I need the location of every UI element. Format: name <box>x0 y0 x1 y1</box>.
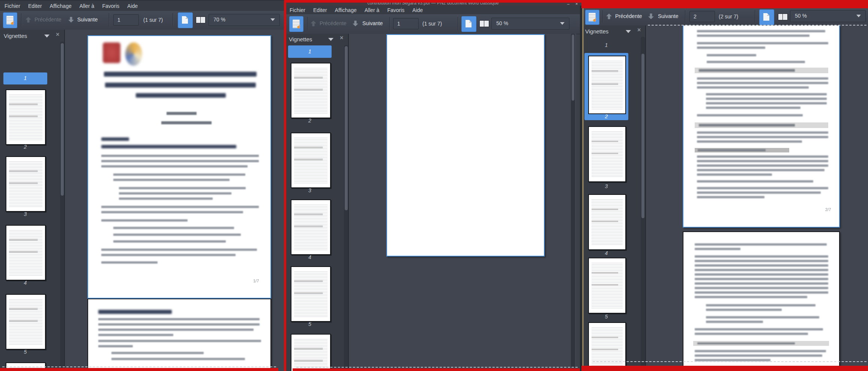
next-button[interactable]: Suivante <box>77 17 98 23</box>
toolbar-right: ☛ Précédente Suivante (2 sur 7) 50 % <box>584 8 868 26</box>
dropdown-arrow-icon <box>856 15 861 17</box>
document-page-3[interactable] <box>683 231 840 371</box>
page-number-input[interactable] <box>393 18 419 29</box>
next-button[interactable]: Suivante <box>658 13 678 19</box>
dropdown-arrow-icon <box>270 18 275 21</box>
menu-item-editer[interactable]: Editer <box>28 3 42 9</box>
thumbnail-selected-page-2[interactable]: 2 <box>584 53 628 120</box>
sidebar-page-icon <box>763 13 769 21</box>
thumbnail-page-2[interactable] <box>291 63 331 118</box>
window-left: FichierEditerAffichageAller àFavorisAide… <box>0 0 284 371</box>
thumbnail-label-page-1: 1 <box>584 42 628 48</box>
thumbnail-label-page-5: 5 <box>3 349 47 355</box>
annotation-top-middle <box>286 0 581 3</box>
document-page-1[interactable]: 1/7 <box>87 35 271 299</box>
document-page-1-blank[interactable] <box>386 34 545 256</box>
minimize-icon[interactable]: – <box>567 2 569 5</box>
window-right: ☛ Précédente Suivante (2 sur 7) 50 % Vig… <box>580 0 868 371</box>
thumbnail-page-2[interactable] <box>6 89 46 145</box>
dual-page-icon[interactable] <box>778 13 788 20</box>
document-page-2[interactable] <box>87 299 271 371</box>
zoom-select[interactable]: 70 % <box>209 14 280 26</box>
page-footer: 1/7 <box>253 279 259 283</box>
next-button[interactable]: Suivante <box>362 20 383 26</box>
thumbnail-list: 12345 <box>0 30 65 371</box>
menu-item-affichage[interactable]: Affichage <box>335 7 357 13</box>
titlebar[interactable]: contribution mon Ségara v3.pdf — PN2 doc… <box>286 3 580 6</box>
thumbnail-page-5[interactable] <box>291 266 331 322</box>
menu-item-affichage[interactable]: Affichage <box>50 3 72 9</box>
document-area-middle[interactable] <box>349 34 576 371</box>
menu-item-aide[interactable]: Aide <box>127 3 138 9</box>
thumbnail-page-3[interactable] <box>291 133 331 188</box>
main-scrollbar[interactable] <box>571 34 575 368</box>
zoom-value: 50 % <box>795 13 807 19</box>
sidebar-toggle-button[interactable] <box>461 16 476 32</box>
thumbnail-page-4[interactable] <box>291 199 331 255</box>
page-number-input[interactable] <box>113 14 139 26</box>
thumbnail-selected-page-1[interactable]: 1 <box>288 45 332 58</box>
menu-item-aide[interactable]: Aide <box>412 7 423 13</box>
menu-item-aller-à[interactable]: Aller à <box>80 3 95 9</box>
thumbnail-label-page-5: 5 <box>288 321 332 327</box>
menu-item-fichier[interactable]: Fichier <box>290 7 305 13</box>
thumbnail-label-page-4: 4 <box>288 254 332 260</box>
document-area-right[interactable]: 2/7 <box>646 26 868 371</box>
select-tool-button[interactable]: ☛ <box>585 10 599 25</box>
thumbnail-page-4[interactable] <box>6 225 46 281</box>
thumbnail-label-page-4: 4 <box>584 250 628 256</box>
page-number-input[interactable] <box>689 11 715 22</box>
menubar-left: FichierEditerAffichageAller àFavorisAide <box>0 1 284 11</box>
sidebar-scrollbar[interactable] <box>641 37 645 370</box>
doc-hand-icon: ☛ <box>6 16 14 24</box>
window-middle: contribution mon Ségara v3.pdf — PN2 doc… <box>286 0 580 371</box>
previous-button[interactable]: Précédente <box>35 17 62 23</box>
zoom-select[interactable]: 50 % <box>790 10 866 22</box>
previous-button[interactable]: Précédente <box>320 20 347 26</box>
close-icon[interactable]: × <box>575 2 578 5</box>
sidebar-page-icon <box>182 16 188 24</box>
annotation-dash-top-right <box>648 25 866 26</box>
thumbnail-label-page-5: 5 <box>584 314 628 320</box>
document-area-left[interactable]: 1/7 <box>65 30 284 371</box>
sidebar-toggle-button[interactable] <box>759 9 774 25</box>
thumbnail-list: 12345 <box>584 26 646 371</box>
select-tool-button[interactable]: ☛ <box>3 12 17 28</box>
thumbnail-label-page-3: 3 <box>288 187 332 193</box>
select-tool-button[interactable]: ☛ <box>289 16 303 32</box>
zoom-select[interactable]: 50 % <box>491 18 569 30</box>
thumbnail-page-4[interactable] <box>588 194 626 250</box>
dual-page-icon[interactable] <box>196 16 206 23</box>
next-arrow-icon <box>68 17 74 23</box>
page-footer: 2/7 <box>825 207 831 212</box>
thumbnail-list: 12345 <box>286 34 349 371</box>
sidebar-toggle-button[interactable] <box>178 12 193 28</box>
thumbnail-selected-page-1[interactable]: 1 <box>3 72 47 84</box>
page-count-label: (1 sur 7) <box>422 21 442 27</box>
menu-item-fichier[interactable]: Fichier <box>5 3 20 9</box>
doc-hand-icon: ☛ <box>293 20 300 28</box>
previous-button[interactable]: Précédente <box>615 13 642 19</box>
thumbnail-page-5[interactable] <box>6 294 46 350</box>
document-page-2[interactable]: 2/7 <box>683 26 840 228</box>
previous-arrow-icon <box>26 17 31 23</box>
annotation-left-edge <box>284 0 286 371</box>
thumbnail-page-3[interactable] <box>6 156 46 212</box>
annotation-dash-bottom-left <box>2 366 276 367</box>
annotation-bottom-right <box>581 366 868 371</box>
menu-item-favoris[interactable]: Favoris <box>387 7 404 13</box>
thumbnail-page-5[interactable] <box>588 258 626 314</box>
thumbnails-panel-middle: Vignettes × 12345 <box>286 34 349 371</box>
dual-page-icon[interactable] <box>479 20 489 27</box>
logo-red <box>103 42 120 63</box>
thumbnail-page-3[interactable] <box>588 126 626 182</box>
menu-item-aller-à[interactable]: Aller à <box>365 7 380 13</box>
thumbnail-page-6[interactable] <box>291 334 331 371</box>
toolbar-left: ☛ Précédente Suivante (1 sur 7) 70 % <box>0 11 284 30</box>
thumbnail-page-6[interactable] <box>588 322 626 371</box>
next-arrow-icon <box>648 14 654 19</box>
menu-item-editer[interactable]: Editer <box>313 7 327 13</box>
menu-item-favoris[interactable]: Favoris <box>102 3 119 9</box>
logo-shield <box>125 42 142 66</box>
annotation-bottom-left <box>0 368 278 371</box>
